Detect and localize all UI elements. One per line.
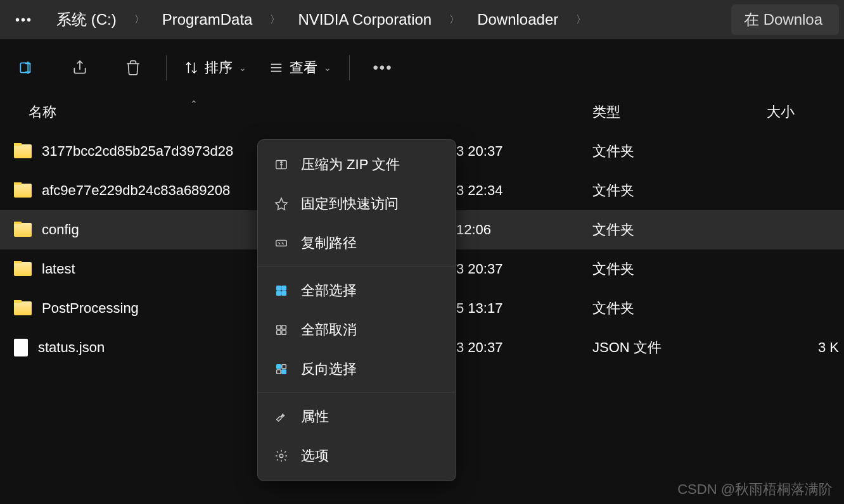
svg-rect-13 — [277, 370, 281, 374]
menu-select-all[interactable]: 全部选择 — [258, 271, 456, 310]
menu-pin-quick-access[interactable]: 固定到快速访问 — [258, 184, 456, 224]
svg-rect-12 — [282, 365, 286, 369]
folder-icon — [14, 184, 32, 198]
breadcrumb-overflow[interactable]: ••• — [5, 13, 42, 27]
separator — [166, 55, 167, 80]
breadcrumb-item[interactable]: 系统 (C:) — [45, 4, 128, 35]
column-size[interactable]: 大小 — [760, 103, 844, 122]
file-type: 文件夹 — [589, 260, 760, 279]
pin-icon — [273, 196, 290, 212]
breadcrumb-item[interactable]: NVIDIA Corporation — [286, 6, 443, 34]
file-name: PostProcessing — [42, 300, 139, 317]
menu-compress-zip[interactable]: 压缩为 ZIP 文件 — [258, 145, 456, 184]
chevron-right-icon: 〉 — [131, 13, 148, 27]
file-type: 文件夹 — [589, 181, 760, 200]
menu-invert-selection[interactable]: 反向选择 — [258, 350, 456, 389]
svg-rect-8 — [282, 325, 286, 329]
breadcrumb-item[interactable]: Downloader — [466, 6, 570, 34]
file-name: status.json — [38, 339, 105, 356]
svg-rect-6 — [282, 291, 286, 295]
separator — [258, 393, 456, 393]
file-size: 3 K — [760, 339, 844, 356]
sort-icon — [184, 61, 198, 75]
svg-point-15 — [279, 454, 283, 458]
invert-icon — [273, 361, 290, 377]
column-name[interactable]: 名称 ⌃ — [0, 103, 336, 122]
sort-label: 排序 — [205, 58, 233, 77]
column-headers: 名称 ⌃ 类型 大小 — [0, 96, 844, 128]
file-name: latest — [42, 261, 75, 277]
view-icon — [269, 61, 283, 75]
context-menu: 压缩为 ZIP 文件 固定到快速访问 复制路径 全部选择 全部取消 反向选择 — [257, 139, 456, 481]
share-icon[interactable] — [61, 52, 99, 84]
menu-options[interactable]: 选项 — [258, 436, 456, 476]
folder-icon — [14, 223, 32, 237]
svg-rect-10 — [282, 331, 286, 334]
separator — [258, 267, 456, 267]
svg-rect-3 — [277, 286, 281, 290]
wrench-icon — [273, 408, 290, 425]
folder-icon — [14, 262, 32, 276]
menu-copy-path[interactable]: 复制路径 — [258, 224, 456, 263]
file-type: 文件夹 — [589, 220, 760, 239]
svg-rect-7 — [277, 325, 281, 329]
view-label: 查看 — [290, 58, 317, 77]
delete-icon[interactable] — [114, 52, 152, 84]
column-type[interactable]: 类型 — [589, 103, 760, 122]
sort-indicator-icon: ⌃ — [190, 99, 198, 109]
file-name: afc9e77e229db24c83a689208 — [42, 182, 230, 199]
more-icon[interactable]: ••• — [364, 52, 402, 84]
select-all-icon — [273, 282, 290, 299]
chevron-down-icon: ⌄ — [239, 63, 246, 73]
select-none-icon — [273, 322, 290, 338]
svg-rect-4 — [282, 286, 286, 290]
svg-rect-2 — [276, 240, 287, 246]
rename-icon[interactable] — [8, 52, 46, 84]
zip-icon — [273, 156, 290, 173]
svg-rect-5 — [277, 291, 281, 295]
chevron-down-icon: ⌄ — [324, 63, 331, 73]
file-type: JSON 文件 — [589, 338, 760, 357]
view-dropdown[interactable]: 查看 ⌄ — [258, 52, 343, 84]
file-type: 文件夹 — [589, 142, 760, 161]
search-input[interactable]: 在 Downloa — [731, 4, 839, 35]
file-icon — [14, 339, 28, 356]
menu-select-none[interactable]: 全部取消 — [258, 310, 456, 350]
svg-rect-9 — [277, 331, 281, 334]
breadcrumb: ••• 系统 (C:) 〉 ProgramData 〉 NVIDIA Corpo… — [0, 0, 844, 39]
file-type: 文件夹 — [589, 299, 760, 318]
breadcrumb-item[interactable]: ProgramData — [151, 6, 264, 34]
watermark: CSDN @秋雨梧桐落满阶 — [677, 480, 833, 499]
sort-dropdown[interactable]: 排序 ⌄ — [173, 52, 258, 84]
svg-rect-14 — [282, 370, 286, 374]
file-name: 3177bcc2cd85b25a7d3973d28 — [42, 143, 233, 160]
menu-properties[interactable]: 属性 — [258, 397, 456, 436]
gear-icon — [273, 448, 290, 464]
toolbar: 排序 ⌄ 查看 ⌄ ••• — [0, 39, 844, 96]
folder-icon — [14, 144, 32, 158]
chevron-right-icon: 〉 — [266, 13, 284, 27]
svg-rect-11 — [277, 365, 281, 369]
chevron-right-icon[interactable]: 〉 — [572, 13, 590, 27]
file-name: config — [42, 222, 79, 238]
chevron-right-icon: 〉 — [445, 13, 463, 27]
svg-rect-0 — [20, 63, 30, 72]
path-icon — [273, 235, 290, 251]
separator — [349, 55, 350, 80]
folder-icon — [14, 301, 32, 315]
